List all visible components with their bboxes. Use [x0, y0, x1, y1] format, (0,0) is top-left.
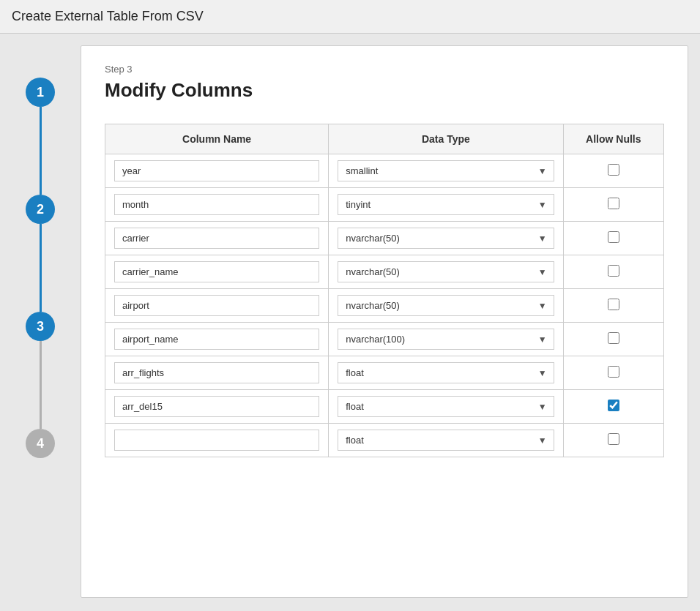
step-1-circle[interactable]: 1 [26, 78, 55, 107]
column-name-input-0[interactable] [114, 160, 319, 181]
allow-null-checkbox-6[interactable] [608, 366, 619, 378]
table-row: smallinttinyintintbigintfloatrealdecimal… [105, 255, 664, 289]
data-type-select-5[interactable]: smallinttinyintintbigintfloatrealdecimal… [338, 329, 554, 350]
allow-null-checkbox-2[interactable] [608, 231, 619, 243]
step-2-container: 2 [26, 195, 55, 312]
step-2-circle[interactable]: 2 [26, 195, 55, 224]
data-type-select-8[interactable]: smallinttinyintintbigintfloatrealdecimal… [338, 430, 554, 451]
column-name-input-6[interactable] [114, 362, 319, 383]
column-name-input-5[interactable] [114, 329, 319, 350]
step-line-1-2 [40, 107, 42, 195]
columns-table: Column Name Data Type Allow Nulls smalli… [105, 124, 664, 457]
sidebar: 1 2 3 4 [0, 34, 81, 610]
table-row: smallinttinyintintbigintfloatrealdecimal… [105, 390, 664, 424]
step-4-circle[interactable]: 4 [26, 429, 55, 458]
column-name-input-4[interactable] [114, 295, 319, 316]
header-allow-nulls: Allow Nulls [563, 124, 663, 154]
step-1-container: 1 [26, 78, 55, 195]
column-name-input-7[interactable] [114, 396, 319, 417]
data-type-select-2[interactable]: smallinttinyintintbigintfloatrealdecimal… [338, 228, 554, 249]
header-column-name: Column Name [105, 124, 329, 154]
allow-null-checkbox-0[interactable] [608, 164, 619, 176]
table-row: smallinttinyintintbigintfloatrealdecimal… [105, 154, 664, 188]
data-type-select-1[interactable]: smallinttinyintintbigintfloatrealdecimal… [338, 194, 554, 215]
page-title: Modify Columns [105, 79, 664, 102]
table-row: smallinttinyintintbigintfloatrealdecimal… [105, 188, 664, 222]
allow-null-checkbox-4[interactable] [608, 299, 619, 310]
data-type-select-6[interactable]: smallinttinyintintbigintfloatrealdecimal… [338, 362, 554, 383]
column-name-input-3[interactable] [114, 261, 319, 282]
allow-null-checkbox-3[interactable] [608, 265, 619, 277]
table-row: smallinttinyintintbigintfloatrealdecimal… [105, 424, 664, 457]
step-4-container: 4 [26, 429, 55, 458]
step-line-3-4 [40, 341, 42, 429]
data-type-select-0[interactable]: smallinttinyintintbigintfloatrealdecimal… [338, 160, 554, 181]
column-name-input-1[interactable] [114, 194, 319, 215]
allow-null-checkbox-5[interactable] [608, 332, 619, 344]
header-data-type: Data Type [329, 124, 563, 154]
step-3-container: 3 [26, 312, 55, 429]
table-row: smallinttinyintintbigintfloatrealdecimal… [105, 356, 664, 390]
data-type-select-4[interactable]: smallinttinyintintbigintfloatrealdecimal… [338, 295, 554, 316]
table-row: smallinttinyintintbigintfloatrealdecimal… [105, 289, 664, 323]
allow-null-checkbox-8[interactable] [608, 433, 619, 445]
allow-null-checkbox-1[interactable] [608, 198, 619, 209]
step-3-circle[interactable]: 3 [26, 312, 55, 341]
step-line-2-3 [40, 224, 42, 312]
table-row: smallinttinyintintbigintfloatrealdecimal… [105, 323, 664, 356]
step-label: Step 3 [105, 64, 664, 75]
column-name-input-2[interactable] [114, 228, 319, 249]
content-area: Step 3 Modify Columns Column Name Data T… [81, 45, 688, 598]
table-row: smallinttinyintintbigintfloatrealdecimal… [105, 222, 664, 255]
column-name-input-8[interactable] [114, 430, 319, 451]
data-type-select-7[interactable]: smallinttinyintintbigintfloatrealdecimal… [338, 396, 554, 417]
table-header-row: Column Name Data Type Allow Nulls [105, 124, 664, 154]
app-title: Create External Table From CSV [12, 9, 204, 23]
main-container: 1 2 3 4 Step 3 Modify Columns [0, 34, 700, 610]
data-type-select-3[interactable]: smallinttinyintintbigintfloatrealdecimal… [338, 261, 554, 282]
title-bar: Create External Table From CSV [0, 0, 700, 34]
allow-null-checkbox-7[interactable] [608, 400, 619, 411]
